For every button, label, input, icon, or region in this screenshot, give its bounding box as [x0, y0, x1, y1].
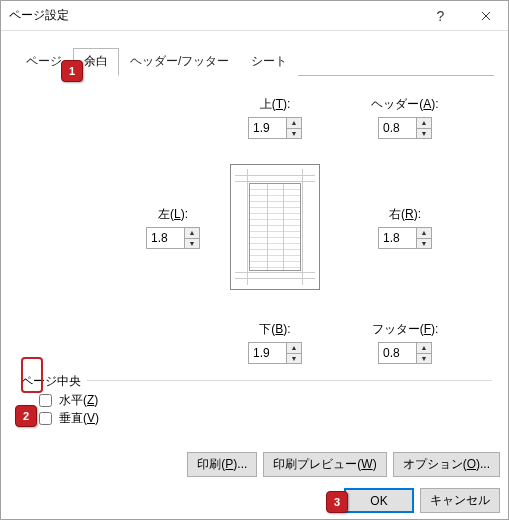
- tab-strip: ページ 余白 ヘッダー/フッター シート: [15, 47, 494, 76]
- titlebar: ページ設定 ?: [1, 1, 508, 31]
- options-button[interactable]: オプション(O)...: [393, 452, 500, 477]
- annotation-marker-2: 2: [15, 405, 37, 427]
- up-icon: ▲: [287, 118, 301, 129]
- input-right[interactable]: [378, 227, 416, 249]
- spin-footer: ▲▼: [378, 342, 432, 364]
- dialog-buttons: OK キャンセル: [344, 488, 500, 513]
- annotation-marker-3: 3: [326, 491, 348, 513]
- print-button[interactable]: 印刷(P)...: [187, 452, 257, 477]
- center-group-label: ページ中央: [21, 373, 81, 390]
- label-header: ヘッダー(A):: [355, 96, 455, 113]
- input-header[interactable]: [378, 117, 416, 139]
- spin-right: ▲▼: [378, 227, 432, 249]
- tab-header-footer[interactable]: ヘッダー/フッター: [119, 48, 240, 76]
- input-bottom[interactable]: [248, 342, 286, 364]
- label-left: 左(L):: [123, 206, 223, 223]
- ok-button[interactable]: OK: [344, 488, 414, 513]
- group-right: 右(R): ▲▼: [355, 206, 455, 249]
- spinbtns-bottom[interactable]: ▲▼: [286, 342, 302, 364]
- up-icon: ▲: [287, 343, 301, 354]
- spin-top: ▲▼: [248, 117, 302, 139]
- label-top: 上(T):: [225, 96, 325, 113]
- center-group-line: [87, 380, 492, 381]
- input-top[interactable]: [248, 117, 286, 139]
- down-icon: ▼: [287, 354, 301, 364]
- print-preview-button[interactable]: 印刷プレビュー(W): [263, 452, 386, 477]
- down-icon: ▼: [417, 129, 431, 139]
- group-left: 左(L): ▲▼: [123, 206, 223, 249]
- group-footer: フッター(F): ▲▼: [355, 321, 455, 364]
- spinbtns-footer[interactable]: ▲▼: [416, 342, 432, 364]
- input-footer[interactable]: [378, 342, 416, 364]
- checkbox-vertical[interactable]: [39, 412, 52, 425]
- group-top: 上(T): ▲▼: [225, 96, 325, 139]
- group-header: ヘッダー(A): ▲▼: [355, 96, 455, 139]
- middle-buttons: 印刷(P)... 印刷プレビュー(W) オプション(O)...: [187, 452, 500, 477]
- row-horizontal: 水平(Z): [39, 392, 98, 409]
- label-bottom: 下(B):: [225, 321, 325, 338]
- group-bottom: 下(B): ▲▼: [225, 321, 325, 364]
- row-vertical: 垂直(V): [39, 410, 99, 427]
- label-right: 右(R):: [355, 206, 455, 223]
- up-icon: ▲: [417, 118, 431, 129]
- margin-panel: 上(T): ▲▼ ヘッダー(A): ▲▼ 左(L): ▲▼: [15, 76, 494, 456]
- up-icon: ▲: [417, 228, 431, 239]
- close-icon: [481, 11, 491, 21]
- spinbtns-top[interactable]: ▲▼: [286, 117, 302, 139]
- spinbtns-header[interactable]: ▲▼: [416, 117, 432, 139]
- annotation-marker-1: 1: [61, 60, 83, 82]
- checkbox-horizontal[interactable]: [39, 394, 52, 407]
- cancel-button[interactable]: キャンセル: [420, 488, 500, 513]
- spin-header: ▲▼: [378, 117, 432, 139]
- help-button[interactable]: ?: [418, 1, 463, 30]
- down-icon: ▼: [287, 129, 301, 139]
- label-vertical: 垂直(V): [59, 410, 99, 427]
- down-icon: ▼: [417, 354, 431, 364]
- spinbtns-left[interactable]: ▲▼: [184, 227, 200, 249]
- close-button[interactable]: [463, 1, 508, 30]
- input-left[interactable]: [146, 227, 184, 249]
- tab-sheet[interactable]: シート: [240, 48, 298, 76]
- down-icon: ▼: [417, 239, 431, 249]
- client-area: ページ 余白 ヘッダー/フッター シート 上(T): ▲▼ ヘッダー(A): ▲…: [1, 31, 508, 519]
- label-horizontal: 水平(Z): [59, 392, 98, 409]
- dialog-title: ページ設定: [9, 7, 418, 24]
- up-icon: ▲: [417, 343, 431, 354]
- label-footer: フッター(F):: [355, 321, 455, 338]
- spin-bottom: ▲▼: [248, 342, 302, 364]
- up-icon: ▲: [185, 228, 199, 239]
- spinbtns-right[interactable]: ▲▼: [416, 227, 432, 249]
- spin-left: ▲▼: [146, 227, 200, 249]
- down-icon: ▼: [185, 239, 199, 249]
- page-setup-dialog: ページ設定 ? ページ 余白 ヘッダー/フッター シート 上(T): ▲▼ ヘッ…: [0, 0, 509, 520]
- page-preview: [230, 164, 320, 290]
